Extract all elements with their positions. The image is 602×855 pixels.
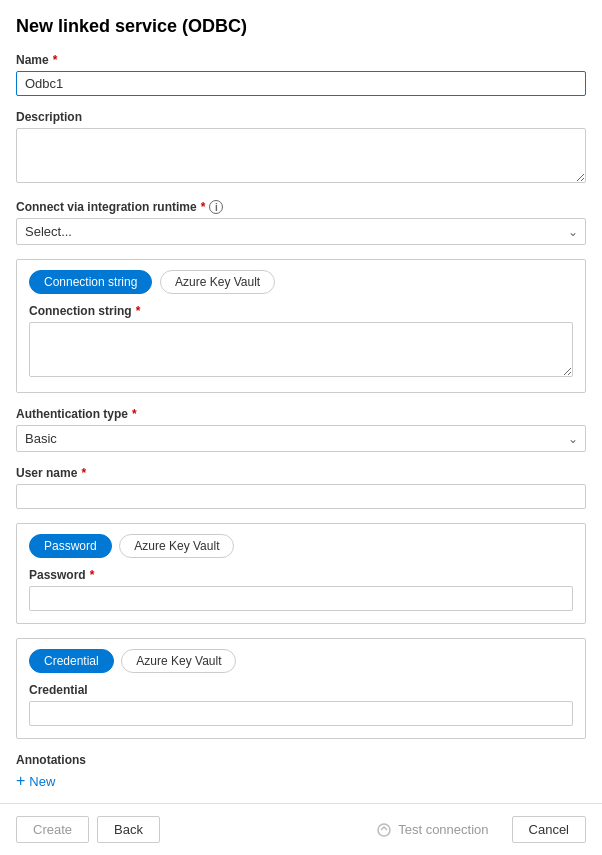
password-input[interactable] bbox=[29, 586, 573, 611]
username-field-group: User name * bbox=[16, 466, 586, 509]
credential-input[interactable] bbox=[29, 701, 573, 726]
test-connection-button[interactable]: Test connection bbox=[361, 816, 503, 844]
credential-label: Credential bbox=[29, 683, 573, 697]
back-button[interactable]: Back bbox=[97, 816, 160, 843]
name-input[interactable] bbox=[16, 71, 586, 96]
username-label: User name * bbox=[16, 466, 586, 480]
credential-tab-row: Credential Azure Key Vault bbox=[29, 649, 573, 673]
tab-azure-key-vault-conn[interactable]: Azure Key Vault bbox=[160, 270, 275, 294]
ir-select[interactable]: Select... bbox=[16, 218, 586, 245]
description-label: Description bbox=[16, 110, 586, 124]
ir-required: * bbox=[201, 200, 206, 214]
username-required: * bbox=[81, 466, 86, 480]
svg-point-0 bbox=[378, 824, 390, 836]
connection-string-section: Connection string Azure Key Vault Connec… bbox=[16, 259, 586, 393]
page-title: New linked service (ODBC) bbox=[16, 16, 586, 37]
annotations-section: Annotations + New bbox=[16, 753, 586, 791]
name-field-group: Name * bbox=[16, 53, 586, 96]
ir-select-wrapper: Select... ⌄ bbox=[16, 218, 586, 245]
footer-left: Create Back bbox=[16, 816, 160, 843]
name-required: * bbox=[53, 53, 58, 67]
tab-azure-key-vault-cred[interactable]: Azure Key Vault bbox=[121, 649, 236, 673]
auth-type-group: Authentication type * Basic Anonymous Wi… bbox=[16, 407, 586, 452]
password-required: * bbox=[90, 568, 95, 582]
description-textarea[interactable] bbox=[16, 128, 586, 183]
auth-type-required: * bbox=[132, 407, 137, 421]
tab-connection-string[interactable]: Connection string bbox=[29, 270, 152, 294]
annotations-label: Annotations bbox=[16, 753, 586, 767]
auth-type-select[interactable]: Basic Anonymous Windows bbox=[16, 425, 586, 452]
cancel-button[interactable]: Cancel bbox=[512, 816, 586, 843]
add-annotation-button[interactable]: + New bbox=[16, 771, 55, 791]
tab-azure-key-vault-pwd[interactable]: Azure Key Vault bbox=[119, 534, 234, 558]
create-button[interactable]: Create bbox=[16, 816, 89, 843]
credential-section: Credential Azure Key Vault Credential bbox=[16, 638, 586, 739]
password-tab-row: Password Azure Key Vault bbox=[29, 534, 573, 558]
integration-runtime-group: Connect via integration runtime * i Sele… bbox=[16, 200, 586, 245]
username-input[interactable] bbox=[16, 484, 586, 509]
plus-icon: + bbox=[16, 773, 25, 789]
connection-string-tab-row: Connection string Azure Key Vault bbox=[29, 270, 573, 294]
ir-info-icon: i bbox=[209, 200, 223, 214]
footer-bar: Create Back Test connection Cancel bbox=[0, 803, 602, 855]
test-connection-icon bbox=[376, 822, 392, 838]
connection-string-textarea[interactable] bbox=[29, 322, 573, 377]
tab-credential[interactable]: Credential bbox=[29, 649, 114, 673]
description-field-group: Description bbox=[16, 110, 586, 186]
auth-type-select-wrapper: Basic Anonymous Windows ⌄ bbox=[16, 425, 586, 452]
password-label: Password * bbox=[29, 568, 573, 582]
name-label: Name * bbox=[16, 53, 586, 67]
password-section: Password Azure Key Vault Password * bbox=[16, 523, 586, 624]
conn-string-label: Connection string * bbox=[29, 304, 573, 318]
footer-right: Test connection Cancel bbox=[361, 816, 586, 844]
tab-password[interactable]: Password bbox=[29, 534, 112, 558]
integration-runtime-label: Connect via integration runtime * i bbox=[16, 200, 586, 214]
conn-string-required: * bbox=[136, 304, 141, 318]
auth-type-label: Authentication type * bbox=[16, 407, 586, 421]
